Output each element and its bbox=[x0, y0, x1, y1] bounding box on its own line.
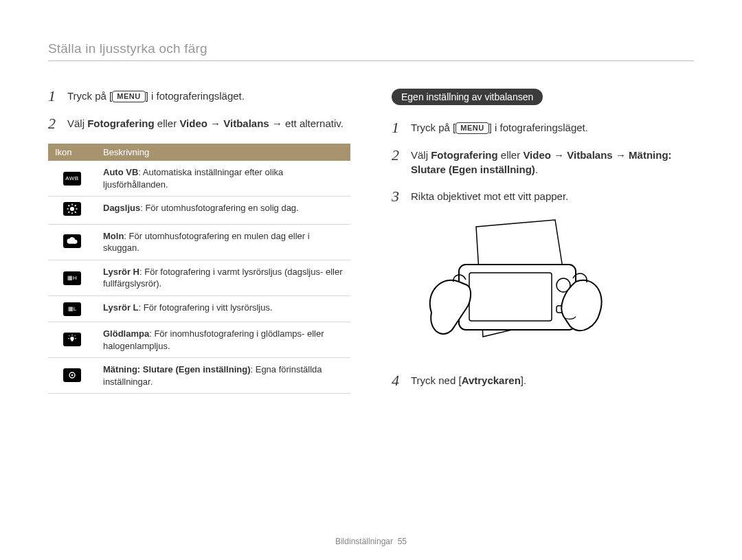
text: → ett alternativ. bbox=[269, 117, 344, 129]
menu-chip: MENU bbox=[456, 122, 488, 134]
th-desc: Beskrivning bbox=[96, 144, 350, 161]
row-desc: : För utomhusfotografering en solig dag. bbox=[140, 203, 299, 213]
step-number: 3 bbox=[392, 189, 404, 204]
left-column: 1 Tryck på [MENU] i fotograferingsläget.… bbox=[48, 89, 350, 401]
svg-point-9 bbox=[70, 337, 74, 340]
footer-page: 55 bbox=[398, 537, 407, 546]
text-bold: Video bbox=[179, 117, 207, 129]
left-step-2: 2 Välj Fotografering eller Video → Vitba… bbox=[48, 116, 350, 131]
text: Tryck på [ bbox=[67, 90, 112, 102]
sun-icon bbox=[63, 202, 81, 216]
white-balance-table: Ikon Beskrivning AWB Auto VB: Automatisk… bbox=[48, 144, 350, 394]
table-row: Moln: För utomhusfotografering en mulen … bbox=[48, 224, 350, 260]
row-label: Lysrör H bbox=[103, 267, 139, 277]
step-number: 1 bbox=[48, 89, 60, 104]
text: eller bbox=[498, 149, 524, 161]
text: → bbox=[207, 117, 223, 129]
text: Välj bbox=[67, 117, 87, 129]
page-footer: Bildinställningar 55 bbox=[0, 537, 742, 546]
svg-line-8 bbox=[75, 205, 76, 206]
text: ] i fotograferingsläget. bbox=[489, 122, 588, 133]
text-bold: Video bbox=[523, 149, 551, 161]
svg-rect-10 bbox=[71, 339, 74, 341]
table-row: Glödlampa: För inomhusfotografering i gl… bbox=[48, 322, 350, 358]
subheading-lozenge: Egen inställning av vitbalansen bbox=[392, 89, 543, 105]
measure-icon bbox=[63, 368, 81, 382]
right-step-1: 1 Tryck på [MENU] i fotograferingsläget. bbox=[392, 120, 694, 135]
table-row: AWB Auto VB: Automatiska inställningar e… bbox=[48, 161, 350, 197]
text-bold: Vitbalans bbox=[223, 117, 269, 129]
table-row: Dagsljus: För utomhusfotografering en so… bbox=[48, 197, 350, 225]
svg-line-6 bbox=[75, 212, 76, 213]
right-column: Egen inställning av vitbalansen 1 Tryck … bbox=[392, 89, 694, 401]
right-step-3: 3 Rikta objektivet mot ett vitt papper. bbox=[392, 189, 694, 204]
table-row: Mätning: Slutare (Egen inställning): Egn… bbox=[48, 358, 350, 394]
text: Tryck på [ bbox=[411, 122, 456, 133]
cloud-icon bbox=[63, 234, 81, 248]
text-bold: Vitbalans bbox=[567, 149, 612, 161]
table-row: ▦H Lysrör H: För fotografering i varmt l… bbox=[48, 260, 350, 295]
svg-line-7 bbox=[68, 212, 69, 213]
section-title: Ställa in ljusstyrka och färg bbox=[48, 41, 694, 61]
text-bold: Avtryckaren bbox=[462, 374, 521, 386]
row-label: Mätning: Slutare (Egen inställning) bbox=[103, 364, 251, 374]
row-desc: : För fotografering i varmt lysrörsljus … bbox=[103, 267, 342, 289]
svg-point-17 bbox=[71, 374, 74, 376]
step-number: 1 bbox=[392, 120, 404, 135]
svg-point-0 bbox=[70, 207, 74, 211]
row-desc: : För utomhusfotografering en mulen dag … bbox=[103, 231, 310, 254]
text: → bbox=[551, 149, 567, 161]
bulb-icon bbox=[63, 333, 81, 346]
svg-line-15 bbox=[74, 335, 75, 336]
right-step-2: 2 Välj Fotografering eller Video → Vitba… bbox=[392, 148, 694, 177]
text: ]. bbox=[521, 374, 526, 386]
step-number: 2 bbox=[392, 148, 404, 177]
text: eller bbox=[155, 117, 180, 129]
row-label: Lysrör L bbox=[103, 302, 139, 313]
step-number: 4 bbox=[392, 373, 404, 388]
svg-line-14 bbox=[69, 335, 69, 336]
svg-line-5 bbox=[68, 205, 69, 206]
text: ] i fotograferingsläget. bbox=[146, 90, 245, 102]
camera-illustration bbox=[411, 216, 694, 361]
text-bold: Fotografering bbox=[87, 117, 155, 129]
fluorescent-h-icon: ▦H bbox=[63, 271, 81, 285]
row-desc: : För fotografering i vitt lysrörsljus. bbox=[139, 302, 273, 313]
text: → bbox=[613, 149, 629, 161]
row-label: Dagsljus bbox=[103, 203, 140, 213]
th-icon: Ikon bbox=[48, 144, 96, 161]
row-label: Moln bbox=[103, 231, 124, 241]
svg-rect-19 bbox=[469, 273, 552, 321]
text: Välj bbox=[411, 149, 431, 161]
footer-section: Bildinställningar bbox=[335, 537, 393, 546]
menu-chip: MENU bbox=[112, 91, 145, 102]
text: . bbox=[535, 164, 538, 175]
row-label: Auto VB bbox=[103, 167, 138, 177]
left-step-1: 1 Tryck på [MENU] i fotograferingsläget. bbox=[48, 89, 350, 104]
text-bold: Fotografering bbox=[431, 149, 498, 161]
table-row: ▦L Lysrör L: För fotografering i vitt ly… bbox=[48, 295, 350, 322]
step-number: 2 bbox=[48, 116, 60, 131]
text: Tryck ned [ bbox=[411, 374, 462, 386]
right-step-4: 4 Tryck ned [Avtryckaren]. bbox=[392, 373, 694, 388]
row-label: Glödlampa bbox=[103, 328, 149, 339]
awb-icon: AWB bbox=[63, 172, 81, 186]
fluorescent-l-icon: ▦L bbox=[63, 302, 81, 316]
text: Rikta objektivet mot ett vitt papper. bbox=[411, 189, 694, 204]
